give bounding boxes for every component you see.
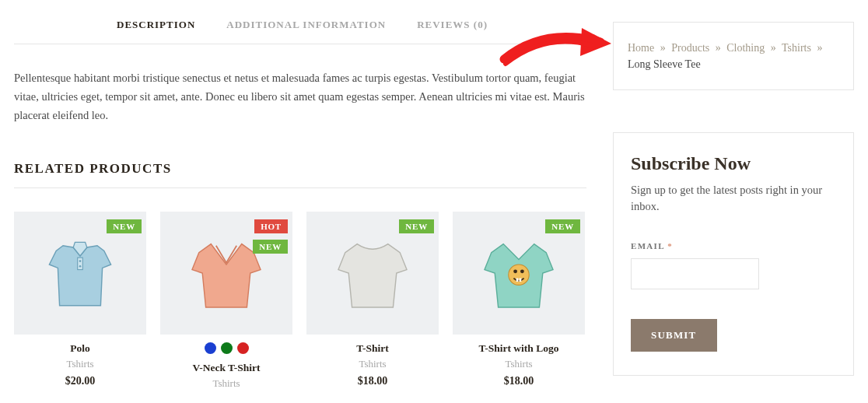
badge-hot: HOT xyxy=(254,219,288,233)
svg-point-2 xyxy=(79,265,82,268)
breadcrumb: Home » Products » Clothing » Tshirts » L… xyxy=(613,22,854,90)
submit-button[interactable]: SUBMIT xyxy=(631,319,717,352)
badge-new: NEW xyxy=(253,240,288,254)
swatch-green[interactable] xyxy=(221,342,233,354)
email-label: EMAIL * xyxy=(631,241,836,251)
product-category: Tshirts xyxy=(453,358,585,370)
tab-reviews[interactable]: REVIEWS (0) xyxy=(417,19,488,31)
svg-point-3 xyxy=(509,265,529,285)
required-asterisk: * xyxy=(667,241,673,251)
product-card-vneck[interactable]: HOT NEW V-Neck T-Shirt Tshirts xyxy=(160,212,292,390)
product-image: NEW xyxy=(453,212,585,335)
svg-point-1 xyxy=(79,260,82,262)
badge-new: NEW xyxy=(545,219,580,233)
product-category: Tshirts xyxy=(306,358,439,370)
product-price: $18.00 xyxy=(453,375,585,387)
breadcrumb-products[interactable]: Products xyxy=(671,42,709,54)
product-tabs: DESCRIPTION ADDITIONAL INFORMATION REVIE… xyxy=(14,0,586,44)
color-swatches xyxy=(160,342,292,354)
tshirt-logo-icon xyxy=(476,230,562,316)
product-price: $20.00 xyxy=(14,375,146,387)
related-products-grid: NEW Polo Tshirts $20.00 HOT N xyxy=(14,212,586,390)
product-category: Tshirts xyxy=(14,358,146,370)
product-card-polo[interactable]: NEW Polo Tshirts $20.00 xyxy=(14,212,146,390)
tab-additional-information[interactable]: ADDITIONAL INFORMATION xyxy=(226,19,386,31)
subscribe-widget: Subscribe Now Sign up to get the latest … xyxy=(613,132,854,376)
svg-rect-6 xyxy=(516,278,519,281)
breadcrumb-clothing[interactable]: Clothing xyxy=(726,42,765,54)
breadcrumb-home[interactable]: Home xyxy=(628,42,654,54)
product-title: V-Neck T-Shirt xyxy=(160,362,292,374)
breadcrumb-separator: » xyxy=(660,42,666,54)
svg-point-4 xyxy=(513,269,517,273)
product-title: T-Shirt with Logo xyxy=(453,342,585,355)
email-field[interactable] xyxy=(631,258,759,289)
tshirt-icon xyxy=(330,230,415,316)
product-image: NEW xyxy=(14,212,146,335)
svg-rect-7 xyxy=(520,278,522,281)
svg-rect-0 xyxy=(78,258,83,269)
product-card-tshirt[interactable]: NEW T-Shirt Tshirts $18.00 xyxy=(306,212,439,390)
svg-point-5 xyxy=(520,269,524,273)
product-image: NEW xyxy=(306,212,439,335)
related-products-heading: RELATED PRODUCTS xyxy=(14,161,586,188)
breadcrumb-separator: » xyxy=(716,42,721,54)
breadcrumb-current: Long Sleeve Tee xyxy=(628,58,701,70)
description-text: Pellentesque habitant morbi tristique se… xyxy=(14,44,586,125)
polo-shirt-icon xyxy=(37,230,123,316)
product-card-tshirt-logo[interactable]: NEW T-Shirt with Logo Tshirts $18.00 xyxy=(453,212,585,390)
product-image: HOT NEW xyxy=(160,212,292,335)
badge-new: NEW xyxy=(399,219,434,233)
swatch-red[interactable] xyxy=(237,342,249,354)
product-price: $18.00 xyxy=(306,375,439,387)
subscribe-description: Sign up to get the latest posts right in… xyxy=(631,182,836,215)
tab-description[interactable]: DESCRIPTION xyxy=(117,19,195,31)
breadcrumb-separator: » xyxy=(817,42,822,54)
product-category: Tshirts xyxy=(160,377,292,390)
swatch-blue[interactable] xyxy=(205,342,216,354)
badge-new: NEW xyxy=(107,219,142,233)
product-title: T-Shirt xyxy=(306,342,439,355)
product-title: Polo xyxy=(14,342,146,355)
subscribe-title: Subscribe Now xyxy=(631,153,836,174)
breadcrumb-tshirts[interactable]: Tshirts xyxy=(782,42,811,54)
breadcrumb-separator: » xyxy=(771,42,776,54)
